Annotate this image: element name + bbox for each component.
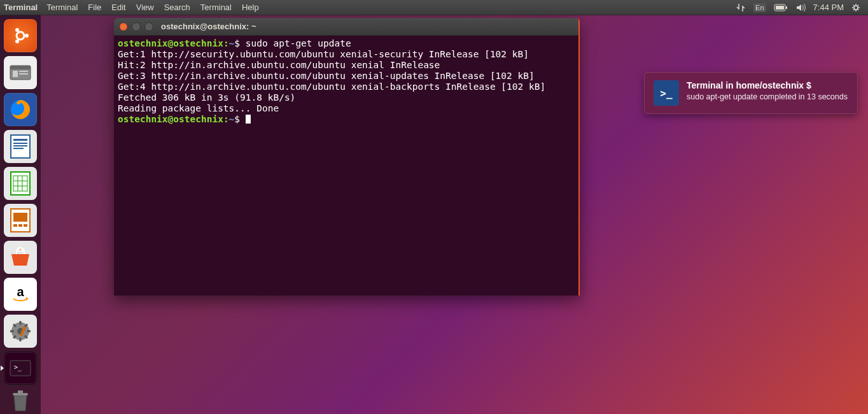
language-indicator[interactable]: En bbox=[753, 3, 766, 12]
output-line: Get:3 http://in.archive.ubuntu.com/ubunt… bbox=[118, 71, 535, 81]
svg-rect-10 bbox=[13, 71, 18, 77]
svg-rect-27 bbox=[13, 224, 17, 227]
svg-rect-38 bbox=[13, 393, 28, 396]
svg-point-4 bbox=[17, 32, 24, 39]
terminal-body[interactable]: ostechnix@ostechnix:~$ sudo apt-get upda… bbox=[114, 36, 578, 127]
launcher-terminal[interactable]: >_ bbox=[4, 352, 37, 385]
svg-rect-29 bbox=[24, 224, 27, 227]
terminal-title: ostechnix@ostechnix: ~ bbox=[161, 22, 256, 31]
menu-terminal[interactable]: Terminal bbox=[46, 3, 78, 12]
svg-point-7 bbox=[15, 39, 19, 43]
svg-point-3 bbox=[854, 6, 858, 10]
launcher-libreoffice-impress[interactable] bbox=[4, 204, 37, 237]
svg-rect-11 bbox=[19, 71, 28, 72]
launcher-files[interactable] bbox=[4, 56, 37, 89]
menu-terminal-2[interactable]: Terminal bbox=[200, 3, 232, 12]
desktop: ostechnix@ostechnix: ~ ostechnix@ostechn… bbox=[41, 15, 868, 414]
output-line: Get:1 http://security.ubuntu.com/ubuntu … bbox=[118, 49, 529, 59]
svg-rect-17 bbox=[13, 145, 27, 146]
notification-body: sudo apt-get update completed in 13 seco… bbox=[687, 92, 848, 102]
svg-text:a: a bbox=[17, 285, 24, 299]
svg-rect-26 bbox=[13, 213, 27, 222]
launcher-system-settings[interactable] bbox=[4, 315, 37, 348]
launcher-trash[interactable] bbox=[4, 389, 37, 414]
window-minimize-button[interactable] bbox=[132, 22, 141, 31]
menu-help[interactable]: Help bbox=[242, 3, 259, 12]
terminal-titlebar[interactable]: ostechnix@ostechnix: ~ bbox=[114, 18, 578, 36]
launcher-ubuntu-dash[interactable] bbox=[4, 19, 37, 52]
svg-rect-15 bbox=[13, 139, 27, 141]
output-line: Reading package lists... Done bbox=[118, 103, 279, 113]
svg-rect-2 bbox=[776, 6, 784, 10]
launcher-libreoffice-writer[interactable] bbox=[4, 130, 37, 163]
svg-text:>_: >_ bbox=[14, 364, 22, 371]
network-icon[interactable] bbox=[736, 3, 746, 13]
unity-launcher: A a >_ bbox=[0, 15, 41, 414]
launcher-ubuntu-software[interactable]: A bbox=[4, 241, 37, 274]
clock[interactable]: 7:44 PM bbox=[813, 3, 844, 12]
menu-view[interactable]: View bbox=[136, 3, 154, 12]
svg-rect-28 bbox=[18, 224, 22, 227]
output-line: Get:4 http://in.archive.ubuntu.com/ubunt… bbox=[118, 82, 545, 92]
launcher-libreoffice-calc[interactable] bbox=[4, 167, 37, 200]
window-close-button[interactable] bbox=[119, 22, 128, 31]
gear-icon[interactable] bbox=[851, 3, 860, 12]
svg-rect-18 bbox=[13, 148, 24, 149]
output-line: Fetched 306 kB in 3s (91.8 kB/s) bbox=[118, 92, 295, 103]
svg-rect-16 bbox=[13, 143, 27, 144]
active-app-name: Terminal bbox=[4, 3, 38, 12]
svg-rect-12 bbox=[19, 73, 28, 75]
prompt-user: ostechnix@ostechnix bbox=[118, 38, 223, 48]
svg-rect-39 bbox=[18, 390, 23, 393]
volume-icon[interactable] bbox=[795, 3, 806, 13]
launcher-amazon[interactable]: a bbox=[4, 278, 37, 311]
notification-terminal-icon: >_ bbox=[654, 80, 679, 106]
menu-edit[interactable]: Edit bbox=[111, 3, 125, 12]
entered-command: sudo apt-get update bbox=[246, 38, 351, 48]
launcher-firefox[interactable] bbox=[4, 93, 37, 126]
output-line: Hit:2 http://in.archive.ubuntu.com/ubunt… bbox=[118, 60, 440, 70]
cursor bbox=[246, 115, 251, 124]
battery-icon[interactable] bbox=[774, 4, 788, 11]
svg-rect-9 bbox=[10, 66, 31, 69]
notification-content: Terminal in home/ostechnix $ sudo apt-ge… bbox=[687, 80, 848, 106]
menu-file[interactable]: File bbox=[88, 3, 101, 12]
svg-point-6 bbox=[15, 28, 19, 32]
prompt-user: ostechnix@ostechnix bbox=[118, 114, 223, 124]
svg-point-5 bbox=[25, 34, 29, 38]
notification-title: Terminal in home/ostechnix $ bbox=[687, 80, 848, 90]
window-maximize-button[interactable] bbox=[144, 22, 153, 31]
top-menu-bar: Terminal Terminal File Edit View Search … bbox=[0, 0, 868, 15]
svg-rect-1 bbox=[786, 6, 787, 9]
menu-search[interactable]: Search bbox=[164, 3, 190, 12]
notification[interactable]: >_ Terminal in home/ostechnix $ sudo apt… bbox=[644, 72, 858, 114]
terminal-window: ostechnix@ostechnix: ~ ostechnix@ostechn… bbox=[114, 18, 580, 296]
